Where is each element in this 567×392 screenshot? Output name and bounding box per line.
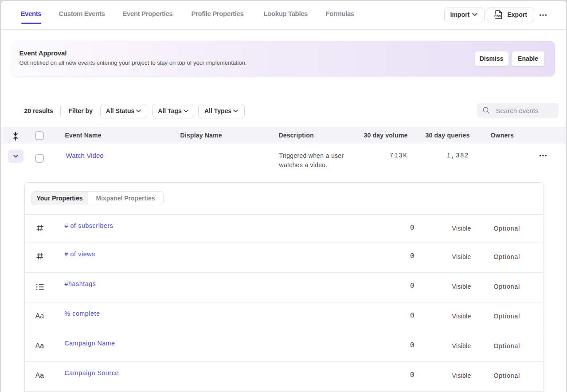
svg-text:CSV: CSV [494, 14, 501, 18]
